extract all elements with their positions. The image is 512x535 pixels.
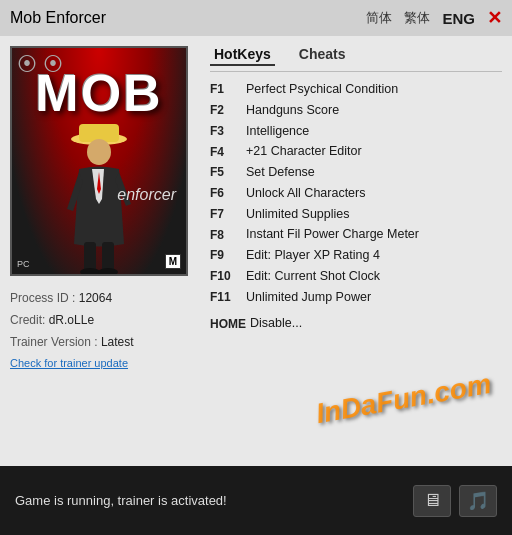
credit-label: Credit: — [10, 313, 45, 327]
trainer-version-line: Trainer Version : Latest — [10, 335, 190, 349]
monitor-icon: 🖥 — [423, 490, 441, 511]
cheat-name: Unlimited Jump Power — [246, 288, 371, 307]
cheat-name: Handguns Score — [246, 101, 339, 120]
svg-rect-3 — [84, 242, 96, 272]
cheat-row: F8Instant Fil Power Charge Meter — [210, 225, 502, 244]
cheat-row: F9Edit: Player XP Rating 4 — [210, 246, 502, 265]
cheat-key: F6 — [210, 184, 242, 202]
title-bar: Mob Enforcer 简体 繁体 ENG ✕ — [0, 0, 512, 36]
credit-value: dR.oLLe — [49, 313, 94, 327]
cheat-row: F5Set Defense — [210, 163, 502, 182]
cheat-row: F6Unlock All Characters — [210, 184, 502, 203]
cheat-row: F7Unlimited Supplies — [210, 205, 502, 224]
bottom-bar: Game is running, trainer is activated! 🖥… — [0, 466, 512, 535]
lang-english[interactable]: ENG — [442, 10, 475, 27]
credit-line: Credit: dR.oLLe — [10, 313, 190, 327]
cheat-row: F4+21 Character Editor — [210, 142, 502, 161]
cheat-name: Intelligence — [246, 122, 309, 141]
svg-point-2 — [87, 139, 111, 165]
process-id-label: Process ID : — [10, 291, 75, 305]
cheat-row: F1Perfect Psychical Condition — [210, 80, 502, 99]
cover-rating: M — [165, 254, 181, 269]
cheat-key: F1 — [210, 80, 242, 98]
cheat-key: F3 — [210, 122, 242, 140]
status-message: Game is running, trainer is activated! — [15, 493, 227, 508]
cover-subtitle: enforcer — [117, 186, 176, 204]
trainer-version-label: Trainer Version : — [10, 335, 98, 349]
home-key: HOME — [210, 315, 246, 333]
cheat-row: F3Intelligence — [210, 122, 502, 141]
cheat-name: Unlock All Characters — [246, 184, 366, 203]
cheat-key: F7 — [210, 205, 242, 223]
bottom-icons: 🖥 🎵 — [413, 485, 497, 517]
left-panel: ⦿ ⦿ — [0, 36, 200, 466]
bullet-holes-icon: ⦿ ⦿ — [17, 53, 63, 76]
cheat-key: F5 — [210, 163, 242, 181]
cheat-key: F9 — [210, 246, 242, 264]
lang-simplified[interactable]: 简体 — [366, 9, 392, 27]
cheat-name: Instant Fil Power Charge Meter — [246, 225, 419, 244]
cheat-key: F10 — [210, 267, 242, 285]
process-id-value: 12064 — [79, 291, 112, 305]
home-section: HOMEDisable... — [210, 314, 502, 333]
cheat-row: F11Unlimited Jump Power — [210, 288, 502, 307]
cheat-row: F2Handguns Score — [210, 101, 502, 120]
cheat-name: +21 Character Editor — [246, 142, 362, 161]
monitor-icon-button[interactable]: 🖥 — [413, 485, 451, 517]
tabs: HotKeys Cheats — [210, 36, 502, 72]
cheat-name: Edit: Player XP Rating 4 — [246, 246, 380, 265]
cheat-key: F4 — [210, 143, 242, 161]
trainer-version-value: Latest — [101, 335, 134, 349]
cover-platform: PC — [17, 259, 30, 269]
music-icon: 🎵 — [467, 490, 489, 512]
music-icon-button[interactable]: 🎵 — [459, 485, 497, 517]
cheat-name: Unlimited Supplies — [246, 205, 350, 224]
info-panel: Process ID : 12064 Credit: dR.oLLe Train… — [10, 286, 190, 369]
title-bar-controls: 简体 繁体 ENG ✕ — [366, 7, 502, 29]
main-area: ⦿ ⦿ — [0, 36, 512, 466]
tab-cheats[interactable]: Cheats — [295, 44, 350, 66]
cheat-name: Edit: Current Shot Clock — [246, 267, 380, 286]
process-id-line: Process ID : 12064 — [10, 291, 190, 305]
home-name: Disable... — [250, 314, 302, 333]
close-button[interactable]: ✕ — [487, 7, 502, 29]
cheat-key: F8 — [210, 226, 242, 244]
tab-hotkeys[interactable]: HotKeys — [210, 44, 275, 66]
svg-point-6 — [98, 268, 118, 274]
app-title: Mob Enforcer — [10, 9, 106, 27]
cheat-key: F11 — [210, 288, 242, 306]
cheat-name: Perfect Psychical Condition — [246, 80, 398, 99]
lang-traditional[interactable]: 繁体 — [404, 9, 430, 27]
cheats-list: F1Perfect Psychical ConditionF2Handguns … — [210, 80, 502, 306]
right-panel: HotKeys Cheats F1Perfect Psychical Condi… — [200, 36, 512, 466]
svg-rect-4 — [102, 242, 114, 272]
game-cover: ⦿ ⦿ — [10, 46, 188, 276]
home-cheat-row: HOMEDisable... — [210, 314, 502, 333]
trainer-update-link[interactable]: Check for trainer update — [10, 357, 190, 369]
cheat-key: F2 — [210, 101, 242, 119]
cheat-row: F10Edit: Current Shot Clock — [210, 267, 502, 286]
svg-point-5 — [80, 268, 100, 274]
cheat-name: Set Defense — [246, 163, 315, 182]
